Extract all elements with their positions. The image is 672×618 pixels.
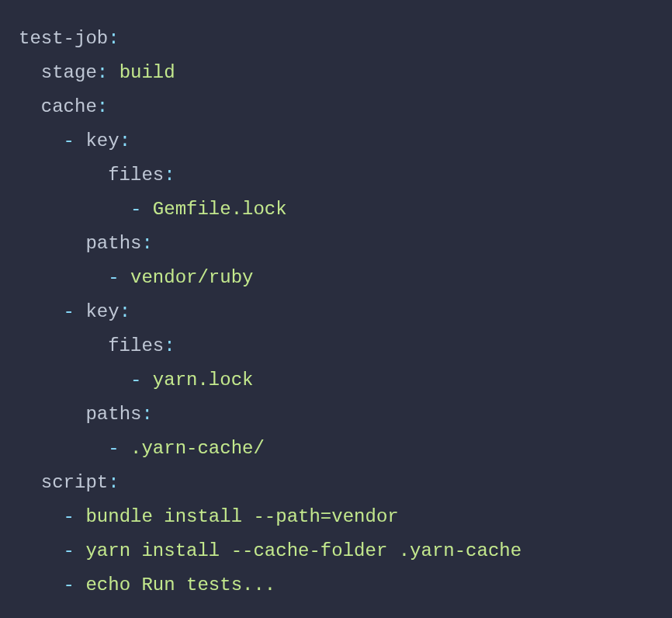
path-value: .yarn-cache/ bbox=[130, 438, 265, 459]
paths-key: paths bbox=[85, 233, 141, 254]
colon: : bbox=[108, 472, 119, 493]
script-key: script bbox=[41, 472, 108, 493]
dash: - bbox=[130, 370, 141, 391]
colon: : bbox=[141, 233, 152, 254]
script-line: yarn install --cache-folder .yarn-cache bbox=[85, 540, 521, 561]
key-key: key bbox=[85, 301, 119, 322]
yaml-code-block: test-job: stage: build cache: - key: fil… bbox=[0, 0, 672, 618]
paths-key: paths bbox=[85, 404, 141, 425]
dash: - bbox=[108, 438, 119, 459]
dash: - bbox=[64, 301, 74, 322]
key-key: key bbox=[85, 130, 119, 151]
dash: - bbox=[64, 130, 74, 151]
dash: - bbox=[64, 506, 74, 527]
dash: - bbox=[130, 199, 141, 220]
path-value: vendor/ruby bbox=[130, 267, 253, 288]
colon: : bbox=[164, 165, 175, 186]
file-value: yarn.lock bbox=[153, 370, 254, 391]
script-line: echo Run tests... bbox=[85, 575, 275, 595]
dash: - bbox=[64, 575, 74, 595]
colon: : bbox=[120, 301, 130, 322]
files-key: files bbox=[108, 165, 164, 186]
colon: : bbox=[97, 62, 108, 83]
dash: - bbox=[64, 540, 74, 561]
colon: : bbox=[164, 335, 175, 356]
colon: : bbox=[120, 130, 130, 151]
job-name-key: test-job bbox=[19, 28, 108, 49]
files-key: files bbox=[108, 335, 164, 356]
colon: : bbox=[108, 28, 119, 49]
file-value: Gemfile.lock bbox=[153, 199, 287, 220]
stage-value: build bbox=[120, 62, 175, 83]
cache-key: cache bbox=[41, 96, 97, 117]
colon: : bbox=[141, 404, 152, 425]
dash: - bbox=[108, 267, 119, 288]
script-line: bundle install --path=vendor bbox=[85, 506, 398, 527]
colon: : bbox=[97, 96, 108, 117]
stage-key: stage bbox=[41, 62, 97, 83]
